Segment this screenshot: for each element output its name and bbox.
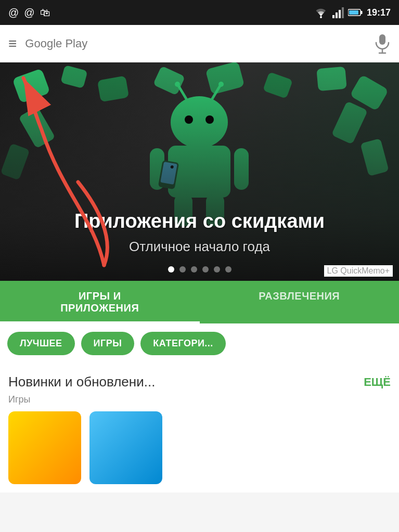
- dot-5[interactable]: [214, 266, 220, 273]
- section-subtitle: Игры: [0, 394, 399, 411]
- app-thumbnail-1[interactable]: [8, 411, 81, 484]
- bag-icon: 🛍: [40, 7, 50, 19]
- see-more-button[interactable]: ЕЩЁ: [364, 375, 391, 389]
- filter-pills: ЛУЧШЕЕ ИГРЫ КАТЕГОРИ...: [0, 323, 399, 364]
- status-bar: @ @ 🛍 19:17: [0, 0, 399, 25]
- status-icons-left: @ @ 🛍: [8, 7, 50, 19]
- svg-rect-2: [336, 12, 338, 18]
- at-icon-1: @: [8, 7, 19, 19]
- hero-subtitle: Отличное начало года: [74, 239, 325, 255]
- dot-3[interactable]: [191, 266, 197, 273]
- tab-entertainment[interactable]: РАЗВЛЕЧЕНИЯ: [200, 281, 400, 323]
- carousel-dots: [168, 266, 231, 273]
- section-title: Новинки и обновлени...: [8, 374, 155, 390]
- svg-rect-8: [379, 34, 385, 45]
- dot-6[interactable]: [225, 266, 231, 273]
- svg-rect-1: [332, 15, 334, 18]
- svg-point-0: [320, 16, 322, 18]
- hero-title: Приложения со скидками: [74, 210, 325, 233]
- mic-icon[interactable]: [374, 33, 391, 54]
- tab-games-apps[interactable]: ИГРЫ ИПРИЛОЖЕНИЯ: [0, 281, 200, 323]
- svg-rect-6: [361, 11, 362, 14]
- at-icon-2: @: [24, 7, 34, 19]
- dot-2[interactable]: [179, 266, 186, 273]
- menu-icon[interactable]: ≡: [8, 35, 17, 52]
- pill-games[interactable]: ИГРЫ: [81, 332, 135, 355]
- tab-games-apps-label: ИГРЫ ИПРИЛОЖЕНИЯ: [5, 290, 195, 314]
- tab-entertainment-label: РАЗВЛЕЧЕНИЯ: [205, 290, 394, 302]
- signal-icon: [332, 7, 344, 18]
- app-thumbnails-row: [0, 411, 399, 492]
- dot-4[interactable]: [202, 266, 209, 273]
- pill-best[interactable]: ЛУЧШЕЕ: [7, 332, 75, 355]
- dot-1[interactable]: [168, 266, 174, 273]
- svg-rect-7: [349, 10, 358, 15]
- search-input[interactable]: [25, 31, 366, 56]
- wifi-icon: [314, 7, 328, 18]
- battery-icon: [348, 8, 363, 17]
- svg-rect-3: [339, 10, 341, 18]
- app-thumbnail-2[interactable]: [89, 411, 162, 484]
- hero-banner[interactable]: Приложения со скидками Отличное начало г…: [0, 62, 399, 281]
- pill-categories[interactable]: КАТЕГОРИ...: [140, 332, 226, 355]
- svg-rect-4: [342, 7, 344, 18]
- watermark: LG QuickMemo+: [324, 265, 393, 277]
- main-tabs: ИГРЫ ИПРИЛОЖЕНИЯ РАЗВЛЕЧЕНИЯ: [0, 281, 399, 323]
- status-icons-right: 19:17: [314, 7, 391, 18]
- search-bar: ≡: [0, 25, 399, 62]
- section-header: Новинки и обновлени... ЕЩЁ: [0, 364, 399, 394]
- status-time: 19:17: [367, 7, 391, 18]
